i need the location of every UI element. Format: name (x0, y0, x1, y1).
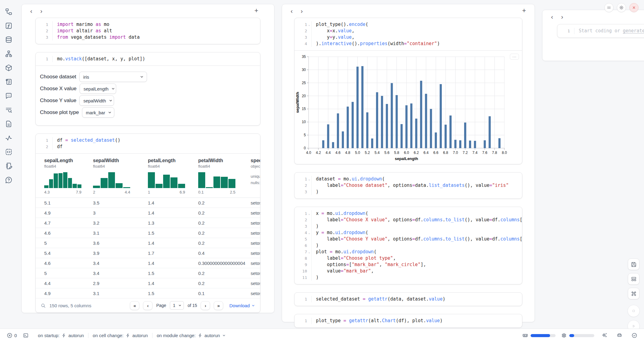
code-text: options=["mark_bar", "mark_circle"], (312, 262, 426, 268)
code-editor[interactable]: 1mo.vstack([dataset, x, y, plot]) (36, 52, 260, 66)
prev-page-button[interactable]: ‹ (143, 301, 152, 310)
histogram-bar (77, 184, 82, 188)
code-line: 2 label="Choose dataset", options=data.l… (295, 182, 522, 189)
line-number: 1 (46, 57, 48, 61)
dependency-graph-icon[interactable] (5, 50, 13, 58)
shutdown-close-button[interactable] (629, 3, 639, 12)
table-footer: 150 rows, 5 columns«‹Page1of 15›»Downloa… (36, 298, 260, 312)
connection-status-button[interactable] (630, 333, 639, 338)
layout-toggle-button[interactable] (628, 273, 639, 285)
column-scroll-right-button[interactable]: › (299, 7, 304, 15)
table-column-header: petalWidthfloat640.12.5 (198, 158, 251, 194)
code-placeholder[interactable]: Start coding or generate with (574, 28, 644, 34)
code-editor[interactable]: 1⌄plot_type().encode(2 x=x.value,3 y=y.v… (295, 18, 522, 50)
download-button[interactable]: Download (229, 303, 255, 308)
choose-plot-select[interactable]: mark_bar (82, 107, 114, 118)
column-scroll-left-button[interactable]: ‹ (550, 13, 554, 20)
code-editor[interactable]: 1⌄dataset = mo.ui.dropdown(2 label="Choo… (295, 173, 522, 198)
command-palette-button[interactable] (628, 288, 639, 299)
code-line: 9 options=["mark_bar", "mark_circle"], (295, 262, 522, 268)
autorun-value: autorun (205, 333, 220, 338)
autorun-setting[interactable]: on startup:autorun (34, 333, 88, 338)
code-editor[interactable]: 1selected_dataset = getattr(data, datase… (295, 293, 522, 306)
table-cell: 1.7 (148, 251, 198, 256)
column-name: petalLength (148, 158, 198, 163)
code-editor[interactable]: 1⌄x = mo.ui.dropdown(2 label="Choose X v… (295, 207, 522, 284)
autorun-setting[interactable]: on cell change:autorun (88, 333, 152, 338)
code-line: 1⌄plot_type().encode( (295, 21, 522, 28)
code-editor[interactable]: 1 Start coding or generate with (557, 24, 644, 37)
autorun-setting[interactable]: on module change:autorun (152, 333, 230, 338)
stop-button[interactable] (628, 305, 640, 317)
terminal-button[interactable] (21, 333, 30, 338)
cpu-usage[interactable] (561, 333, 594, 338)
column-scroll-right-button[interactable]: › (39, 7, 44, 15)
column-scroll-right-button[interactable]: › (560, 13, 564, 20)
autorun-label: on startup: (38, 333, 59, 338)
next-page-button[interactable]: › (201, 301, 210, 310)
menu-button[interactable] (604, 3, 614, 12)
choose-y-select[interactable]: sepalWidth (79, 95, 114, 106)
help-icon[interactable] (5, 176, 13, 184)
package-icon[interactable] (5, 64, 13, 72)
svg-text:7.8: 7.8 (492, 151, 497, 155)
add-cell-button[interactable]: + (521, 7, 527, 15)
code-editor[interactable]: 1import marimo as mo2import altair as al… (36, 18, 260, 44)
table-cell: 3.5 (93, 200, 148, 205)
choose-x-select[interactable]: sepalLength (80, 84, 116, 94)
code-editor[interactable]: 1df = selected_dataset()2df (36, 134, 260, 153)
file-tree-icon[interactable] (5, 8, 13, 16)
fold-chevron-icon: ⌄ (307, 178, 311, 181)
table-cell: 4.4 (44, 281, 93, 286)
table-cell: 0.2 (198, 210, 251, 216)
table-column-header: sepalWidthfloat6424.4 (93, 158, 148, 194)
table-cell: 4.7 (44, 220, 93, 226)
column-scroll-left-button[interactable]: ‹ (29, 7, 34, 15)
notebook-cell-vstack: 1mo.vstack([dataset, x, y, plot])Choose … (35, 52, 260, 126)
table-row: 53.41.50.2setosa (36, 268, 260, 278)
generate-with-ai-link[interactable]: generate (623, 28, 644, 34)
histogram-bar (108, 172, 115, 188)
code-line: 2 x=x.value, (295, 28, 522, 34)
column-histogram (44, 172, 81, 188)
choose-dataset-select[interactable]: iris (79, 72, 147, 82)
first-page-button[interactable]: « (130, 301, 139, 310)
histogram-bar (156, 184, 163, 188)
code-text: plot = mo.ui.dropdown( (312, 249, 377, 255)
error-count: 0 (14, 333, 17, 338)
ram-usage[interactable] (522, 333, 556, 338)
ram-progress-track (531, 334, 556, 337)
database-icon[interactable] (5, 36, 13, 44)
histogram-min: 1 (148, 190, 150, 194)
column-histogram (148, 172, 185, 188)
table-cell: 3 (93, 210, 148, 216)
svg-text:6.8: 6.8 (443, 151, 448, 155)
code-line: 4⌄y = mo.ui.dropdown( (295, 230, 522, 236)
ai-sparkles-button[interactable] (600, 333, 609, 338)
activity-icon[interactable] (5, 134, 13, 142)
save-button[interactable] (628, 258, 639, 270)
code-editor[interactable]: 1plot_type = getattr(alt.Chart(df), plot… (295, 314, 522, 327)
search-icon[interactable] (41, 303, 46, 308)
notebook-edit-icon[interactable] (5, 162, 13, 170)
last-page-button[interactable]: » (214, 301, 223, 310)
settings-gear-button[interactable] (617, 3, 626, 12)
line-number-gutter: 1 (36, 56, 53, 62)
function-icon[interactable] (5, 22, 13, 30)
table-cell: setosa (251, 291, 260, 296)
chat-icon[interactable] (5, 92, 13, 100)
error-count-button[interactable]: 0 (5, 333, 19, 338)
code-block-icon[interactable] (5, 148, 13, 156)
column-scroll-left-button[interactable]: ‹ (289, 7, 294, 15)
table-cell: setosa (251, 281, 260, 286)
list-search-icon[interactable] (5, 106, 13, 114)
line-number: 1 (305, 297, 307, 301)
svg-text:4.0: 4.0 (306, 151, 311, 155)
page-select[interactable]: 1 (170, 301, 184, 310)
document-icon[interactable] (5, 120, 13, 128)
add-cell-button[interactable]: + (253, 7, 259, 15)
script-icon[interactable] (5, 78, 13, 86)
svg-text:7.2: 7.2 (463, 151, 468, 155)
chart-actions-button[interactable]: ⋯ (510, 54, 519, 60)
copilot-button[interactable] (615, 333, 624, 338)
